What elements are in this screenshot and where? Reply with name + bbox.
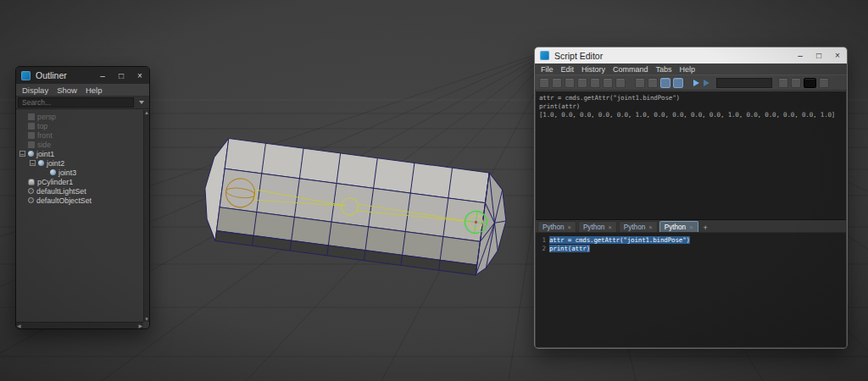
joint-icon <box>38 160 44 166</box>
tab-python-3[interactable]: Python × <box>619 221 658 232</box>
search-filter-dropdown-icon[interactable] <box>139 101 144 104</box>
line-number: 2 <box>536 245 546 252</box>
new-script-icon[interactable] <box>539 78 549 88</box>
scroll-left-icon[interactable]: ◀ <box>17 323 21 329</box>
tab-python-2[interactable]: Python × <box>578 221 617 232</box>
script-tab-bar: Python × Python × Python × Python × + <box>536 220 846 233</box>
menu-edit[interactable]: Edit <box>561 65 575 74</box>
echo-commands-toggle-icon[interactable] <box>635 78 645 88</box>
camera-icon <box>28 113 35 120</box>
script-editor-menubar: File Edit History Command Tabs Help <box>535 64 847 75</box>
clear-history-icon[interactable] <box>590 78 600 88</box>
joint-icon <box>50 169 56 175</box>
quick-help-swatch[interactable] <box>804 78 816 88</box>
outliner-title: Outliner <box>36 70 67 80</box>
add-tab-button[interactable]: + <box>700 224 711 232</box>
cylinder-mesh[interactable] <box>198 136 512 279</box>
camera-icon <box>28 141 35 148</box>
suppress-output-toggle-icon[interactable] <box>648 78 658 88</box>
vertical-scrollbar[interactable]: ▲ ▼ <box>143 110 149 322</box>
outliner-titlebar[interactable]: Outliner – □ × <box>16 67 149 84</box>
script-editor-title: Script Editor <box>554 51 603 61</box>
scene-3d[interactable] <box>188 108 544 303</box>
maximize-button[interactable]: □ <box>810 47 828 64</box>
maya-icon <box>21 71 31 80</box>
new-tab-icon[interactable] <box>552 78 562 88</box>
code-text-selected[interactable]: print(attr) <box>549 245 590 252</box>
minimize-button[interactable]: – <box>93 67 112 84</box>
scroll-right-icon[interactable]: ▶ <box>138 323 142 329</box>
collapse-expander-icon[interactable]: – <box>19 151 25 157</box>
minimize-button[interactable]: – <box>791 47 810 64</box>
object-set-icon <box>28 197 34 203</box>
object-set-icon <box>28 188 34 194</box>
maximize-button[interactable]: □ <box>112 67 131 84</box>
outliner-item-joint2[interactable]: – joint2 <box>16 158 143 168</box>
code-line: 1 attr = cmds.getAttr("joint1.bindPose") <box>536 235 846 244</box>
script-editor-toolbar <box>535 75 847 91</box>
history-pane[interactable]: attr = cmds.getAttr("joint1.bindPose") p… <box>536 91 846 220</box>
outliner-item-defaultobjectset[interactable]: defaultObjectSet <box>16 196 143 205</box>
search-previous-icon[interactable] <box>791 78 801 88</box>
execute-selected-icon[interactable] <box>704 80 709 86</box>
code-text-selected[interactable]: attr = cmds.getAttr("joint1.bindPose") <box>549 236 690 244</box>
outliner-search-input[interactable]: Search... <box>18 97 134 108</box>
camera-icon <box>28 132 35 139</box>
outliner-item-front[interactable]: front <box>16 130 143 140</box>
scroll-down-icon[interactable]: ▼ <box>144 317 149 322</box>
horizontal-scrollbar[interactable]: ◀ ▶ <box>16 322 143 329</box>
tab-close-icon[interactable]: × <box>568 224 571 231</box>
tab-close-icon[interactable]: × <box>648 224 652 231</box>
menu-show[interactable]: Show <box>57 86 77 95</box>
close-button[interactable]: × <box>131 67 149 84</box>
menu-help[interactable]: Help <box>680 65 696 74</box>
tab-close-icon[interactable]: × <box>689 224 693 231</box>
layout-toggle-icon[interactable] <box>819 78 829 88</box>
menu-display[interactable]: Display <box>22 86 48 95</box>
clear-all-icon[interactable] <box>615 78 626 88</box>
outliner-item-pcylinder1[interactable]: pCylinder1 <box>16 177 143 186</box>
search-placeholder: Search... <box>22 98 51 107</box>
save-script-icon[interactable] <box>577 78 587 88</box>
history-output: attr = cmds.getAttr("joint1.bindPose") p… <box>539 94 843 119</box>
clear-input-icon[interactable] <box>603 78 613 88</box>
scroll-up-icon[interactable]: ▲ <box>144 110 149 115</box>
execute-all-icon[interactable] <box>693 80 699 86</box>
script-editor-titlebar[interactable]: Script Editor – □ × <box>535 47 847 64</box>
script-editor-window[interactable]: Script Editor – □ × File Edit History Co… <box>534 47 848 349</box>
menu-history[interactable]: History <box>581 65 605 74</box>
outliner-item-top[interactable]: top <box>16 121 143 130</box>
outliner-item-persp[interactable]: persp <box>16 112 143 121</box>
outliner-item-side[interactable]: side <box>16 140 143 149</box>
maya-icon <box>540 51 549 60</box>
tab-python-4-active[interactable]: Python × <box>659 221 698 232</box>
code-line: 2 print(attr) <box>536 244 846 252</box>
outliner-window[interactable]: Outliner – □ × Display Show Help Search.… <box>15 66 150 329</box>
outliner-item-defaultlightset[interactable]: defaultLightSet <box>16 186 143 196</box>
menu-file[interactable]: File <box>541 65 554 74</box>
input-line-numbers-toggle-icon[interactable] <box>673 78 683 88</box>
script-input-pane[interactable]: 1 attr = cmds.getAttr("joint1.bindPose")… <box>536 233 846 347</box>
outliner-menubar: Display Show Help <box>16 84 149 97</box>
close-button[interactable]: × <box>828 47 847 64</box>
menu-tabs[interactable]: Tabs <box>656 65 672 74</box>
line-number: 1 <box>536 236 546 244</box>
outliner-search-row: Search... <box>16 97 149 109</box>
joint-icon <box>28 151 34 157</box>
toolbar-search-input[interactable] <box>716 78 772 88</box>
outliner-item-joint3[interactable]: joint3 <box>16 168 143 177</box>
search-next-icon[interactable] <box>778 78 788 88</box>
outliner-item-joint1[interactable]: – joint1 <box>16 149 143 158</box>
menu-command[interactable]: Command <box>613 65 648 74</box>
collapse-expander-icon[interactable]: – <box>30 160 36 166</box>
camera-icon <box>28 123 35 130</box>
history-line-numbers-toggle-icon[interactable] <box>660 78 670 88</box>
tab-python-1[interactable]: Python × <box>537 221 576 232</box>
tab-close-icon[interactable]: × <box>608 224 611 231</box>
open-script-icon[interactable] <box>565 78 575 88</box>
maya-viewport[interactable]: Outliner – □ × Display Show Help Search.… <box>0 0 868 381</box>
outliner-tree[interactable]: persp top front side – joint1 – <box>16 110 143 322</box>
polygon-mesh-icon <box>28 179 35 185</box>
menu-help[interactable]: Help <box>86 86 103 95</box>
